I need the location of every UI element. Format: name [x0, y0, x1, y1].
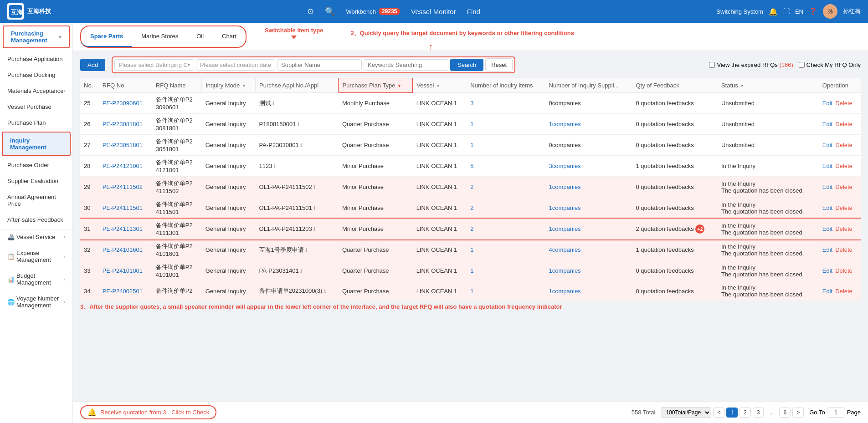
nav-help-icon[interactable]: ❓	[809, 7, 817, 15]
tab-oil[interactable]: Oil	[187, 26, 213, 47]
col-inquiry-mode[interactable]: Inquiry Mode ▾	[202, 78, 256, 93]
add-button[interactable]: Add	[80, 59, 105, 71]
tabs-highlighted-container: Spare Parts Marine Stores Oil Chart	[80, 25, 247, 48]
nav-workbench[interactable]: Workbench 29235	[346, 8, 400, 15]
sidebar-item-inquiry-management[interactable]: Inquiry Management	[2, 132, 71, 156]
sidebar-group-chevron: ▾	[59, 34, 62, 40]
sidebar-item-purchase-docking[interactable]: Purchase Docking	[0, 67, 72, 83]
page-2-btn[interactable]: 2	[740, 408, 751, 418]
edit-link[interactable]: Edit	[822, 267, 832, 274]
user-name[interactable]: 孙红梅	[843, 7, 861, 15]
cell-rfq-no: PE-P24121001	[99, 156, 152, 177]
feedback-badge[interactable]: +2	[695, 224, 704, 234]
info-icon[interactable]: ℹ	[305, 247, 307, 253]
cell-status: In the Inquiry The quotation has been cl…	[718, 219, 819, 240]
nav-switching-system[interactable]: Switching System	[716, 8, 763, 15]
budget-chevron: ›	[64, 277, 65, 282]
info-icon[interactable]: ℹ	[300, 268, 302, 274]
delete-link[interactable]: Delete	[835, 142, 853, 148]
check-my-rfq-checkbox[interactable]	[799, 62, 805, 68]
delete-link[interactable]: Delete	[835, 288, 853, 295]
sidebar-item-purchase-order[interactable]: Purchase Order	[0, 157, 72, 173]
nav-vessel-monitor[interactable]: Vessel Monitor	[411, 8, 456, 15]
col-vessel[interactable]: Vessel ▾	[413, 78, 467, 93]
edit-link[interactable]: Edit	[822, 183, 832, 190]
delete-link[interactable]: Delete	[835, 183, 853, 190]
sidebar-item-voyage-number[interactable]: 🌐 Voyage Number Management ›	[0, 290, 72, 313]
sidebar-item-after-sales-feedback[interactable]: After-sales Feedback	[0, 212, 72, 228]
edit-link[interactable]: Edit	[822, 204, 832, 211]
sidebar-item-vessel-service[interactable]: 🚢 Vessel Service ›	[0, 229, 72, 245]
next-btn[interactable]: >	[792, 408, 804, 418]
sidebar-item-purchase-application[interactable]: Purchase Application	[0, 51, 72, 67]
search-button[interactable]: Search	[450, 59, 483, 71]
info-icon[interactable]: ℹ	[313, 184, 315, 190]
check-my-rfq-checkbox-label[interactable]: Check My RFQ Only	[799, 61, 861, 68]
cell-no: 27	[80, 135, 99, 156]
per-page-select[interactable]: 100Total/Page 50Total/Page 20Total/Page	[661, 407, 711, 418]
sidebar-item-annual-agreement-price[interactable]: Annual Agreement Price	[0, 189, 72, 212]
supplier-input[interactable]	[277, 59, 362, 71]
info-icon[interactable]: ℹ	[313, 205, 315, 211]
edit-link[interactable]: Edit	[822, 142, 832, 148]
annotation-3: 3、After the supplier quotes, a small spe…	[80, 303, 861, 311]
sidebar-group-header[interactable]: Purchasing Management ▾	[3, 25, 70, 48]
info-icon[interactable]: ℹ	[324, 288, 326, 294]
prev-btn[interactable]: <	[713, 408, 724, 418]
notification-link[interactable]: Click to Check	[171, 409, 209, 416]
nav-find[interactable]: Find	[467, 8, 480, 15]
cell-inquiry-mode: General Inquiry	[202, 114, 256, 135]
nav-fullscreen-icon[interactable]: ⛶	[783, 8, 790, 15]
edit-link[interactable]: Edit	[822, 288, 832, 295]
reset-button[interactable]: Reset	[485, 58, 513, 71]
expired-rfq-checkbox-label[interactable]: View the expired RFQs (166)	[709, 61, 793, 68]
info-icon[interactable]: ℹ	[298, 122, 299, 127]
col-plan-type[interactable]: Purchase Plan Type ▾	[339, 78, 413, 93]
delete-link[interactable]: Delete	[835, 163, 853, 169]
edit-link[interactable]: Edit	[822, 100, 832, 107]
goto-input[interactable]	[827, 408, 845, 418]
nav-language[interactable]: EN	[795, 8, 803, 15]
info-icon[interactable]: ℹ	[313, 226, 315, 232]
avatar[interactable]: 孙	[823, 4, 837, 19]
expired-rfq-checkbox[interactable]	[709, 62, 715, 68]
page-1-btn[interactable]: 1	[726, 408, 738, 418]
nav-icon-home[interactable]: ⊙	[307, 6, 314, 16]
sidebar-item-budget-management[interactable]: 📊 Budget Management ›	[0, 268, 72, 290]
col-status[interactable]: Status ▾	[718, 78, 819, 93]
cell-inquiry-suppli: 3companies	[545, 156, 632, 177]
keyword-input[interactable]	[364, 59, 448, 71]
delete-link[interactable]: Delete	[835, 204, 853, 211]
edit-link[interactable]: Edit	[822, 163, 832, 169]
tab-spare-parts[interactable]: Spare Parts	[81, 26, 132, 47]
nav-icon-search[interactable]: 🔍	[325, 6, 335, 16]
tab-chart[interactable]: Chart	[213, 26, 246, 47]
tab-marine-stores[interactable]: Marine Stores	[132, 26, 187, 47]
sidebar-item-vessel-purchase[interactable]: Vessel Purchase	[0, 99, 72, 115]
info-icon[interactable]: ℹ	[272, 101, 274, 106]
notification-box[interactable]: 🔔 Receive quotation from 3, Click to Che…	[80, 405, 216, 419]
nav-bell-icon[interactable]: 🔔	[769, 7, 778, 16]
info-icon[interactable]: ℹ	[274, 163, 276, 169]
page-3-btn[interactable]: 3	[753, 408, 764, 418]
edit-link[interactable]: Edit	[822, 246, 832, 253]
belonging-select[interactable]: Please select Belonging C ▾	[114, 59, 194, 71]
cell-feedback: 1 quotation feedbacks	[632, 156, 717, 177]
delete-link[interactable]: Delete	[835, 246, 853, 253]
annotation-2: 2、Quickly query the target document by k…	[350, 29, 574, 37]
edit-link[interactable]: Edit	[822, 225, 832, 232]
creation-date-select[interactable]: Please select creation date	[196, 59, 275, 71]
sidebar-item-supplier-evaluation[interactable]: Supplier Evaluation	[0, 173, 72, 189]
page-6-btn[interactable]: 6	[779, 408, 791, 418]
delete-link[interactable]: Delete	[835, 121, 853, 127]
col-inquiry-items: Number of inquiry items	[467, 78, 545, 93]
edit-link[interactable]: Edit	[822, 121, 832, 127]
cell-appl-no: 互海1号季度申请 ℹ	[256, 240, 339, 260]
sidebar-item-materials-acceptance[interactable]: Materials Acceptance ›	[0, 83, 72, 99]
info-icon[interactable]: ℹ	[300, 143, 302, 148]
delete-link[interactable]: Delete	[835, 100, 853, 107]
sidebar-item-expense-management[interactable]: 📋 Expense Management ›	[0, 245, 72, 268]
delete-link[interactable]: Delete	[835, 267, 853, 274]
delete-link[interactable]: Delete	[835, 225, 853, 232]
sidebar-item-purchase-plan[interactable]: Purchase Plan	[0, 115, 72, 131]
